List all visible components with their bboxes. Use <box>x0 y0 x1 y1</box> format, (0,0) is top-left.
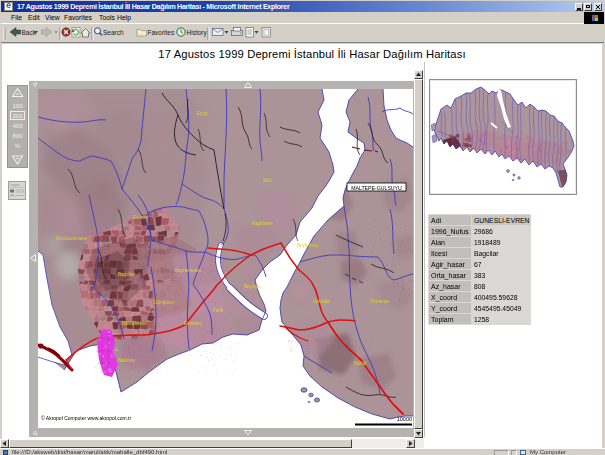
svg-text:Bagcilar: Bagcilar <box>118 272 135 277</box>
svg-text:Eyup: Eyup <box>197 111 208 116</box>
svg-text:Bayrampasa: Bayrampasa <box>175 268 201 273</box>
svg-text:Favorites: Favorites <box>148 29 175 36</box>
svg-text:© Akropol Computer www.akropol: © Akropol Computer www.akropol.com.tr <box>41 415 131 421</box>
svg-text:Bakirköy: Bakirköy <box>118 358 136 363</box>
svg-text:MALTEPE-GULSUYU: MALTEPE-GULSUYU <box>351 185 402 191</box>
svg-text:Beyoglu: Beyoglu <box>244 284 261 289</box>
svg-text:800: 800 <box>12 133 23 139</box>
svg-text:100: 100 <box>12 103 23 109</box>
svg-text:Kartal: Kartal <box>354 361 366 366</box>
svg-text:Fatih: Fatih <box>213 308 224 313</box>
svg-text:Search: Search <box>103 29 124 36</box>
svg-text:History: History <box>187 29 208 37</box>
svg-text:Bahcelievler: Bahcelievler <box>122 321 147 326</box>
svg-text:Beylerbeyi: Beylerbeyi <box>297 243 318 248</box>
svg-text:Sisli: Sisli <box>263 178 271 183</box>
svg-text:10000: 10000 <box>397 416 412 422</box>
svg-text:Eminönü: Eminönü <box>184 321 203 326</box>
svg-text:Kücükcekmece: Kücükcekmece <box>56 236 88 241</box>
svg-text:Güngören: Güngören <box>154 300 175 305</box>
svg-text:%: % <box>15 143 21 149</box>
svg-text:Back: Back <box>22 29 37 36</box>
svg-text:Üsküdar: Üsküdar <box>313 298 331 304</box>
svg-text:400: 400 <box>12 123 23 129</box>
svg-text:Ümraniye: Ümraniye <box>370 298 390 304</box>
svg-text:Lejant: Lejant <box>10 183 20 187</box>
svg-text:200: 200 <box>12 113 23 119</box>
svg-text:Kagithane: Kagithane <box>252 221 273 226</box>
svg-text:Esenler: Esenler <box>133 215 149 220</box>
